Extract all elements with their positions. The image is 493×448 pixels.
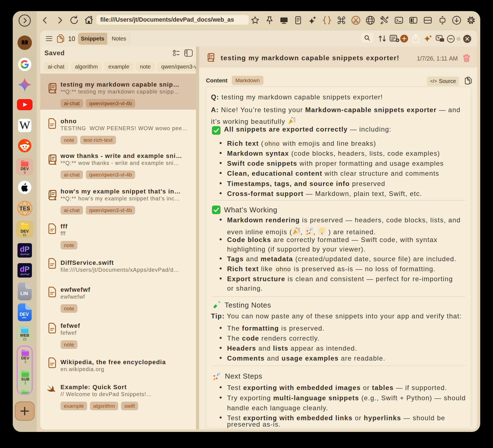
svg-text:LIN: LIN: [20, 291, 28, 296]
svg-text:TES: TES: [19, 205, 30, 212]
svg-text:dP: dP: [20, 245, 30, 253]
svg-text:dP: dP: [20, 265, 30, 273]
svg-text:DEV: DEV: [20, 312, 29, 317]
